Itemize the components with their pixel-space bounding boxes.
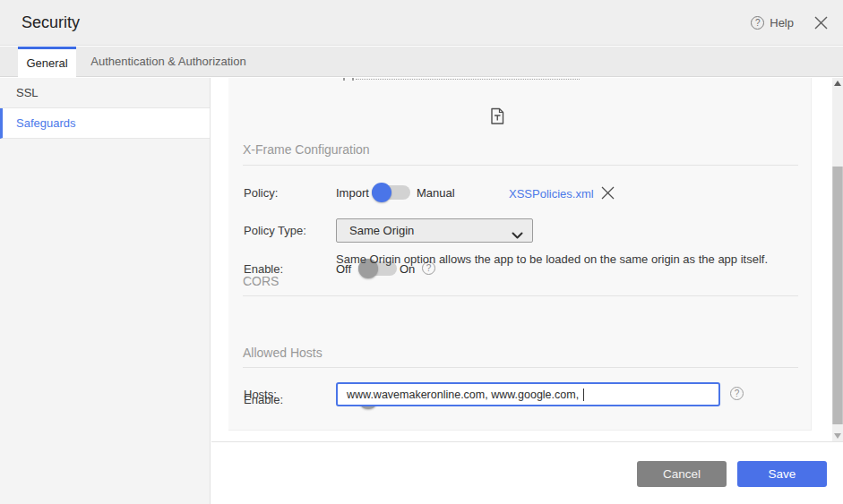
dialog-header: Security ? Help xyxy=(0,0,843,46)
scroll-up-arrow-icon[interactable] xyxy=(834,81,841,86)
main-content: Policy: Import Manual XSSPolicies.xml xyxy=(211,78,843,504)
cors-section-title: CORS xyxy=(243,274,279,288)
text-caret xyxy=(583,389,584,401)
hosts-label: Hosts: xyxy=(244,388,277,401)
tab-authentication-authorization[interactable]: Authentication & Authorization xyxy=(76,47,261,77)
header-actions: ? Help xyxy=(751,0,829,46)
hosts-help-icon[interactable]: ? xyxy=(730,387,744,400)
chevron-down-icon xyxy=(512,227,523,243)
help-link[interactable]: Help xyxy=(770,16,794,30)
clipped-row-fragment xyxy=(342,78,593,81)
section-divider xyxy=(243,367,798,368)
help-circle-icon[interactable]: ? xyxy=(751,16,764,30)
cancel-button[interactable]: Cancel xyxy=(637,461,727,487)
policy-type-select[interactable]: Same Origin xyxy=(336,218,533,243)
tab-bar: General Authentication & Authorization xyxy=(0,47,843,77)
hosts-input-value: www.wavemakeronline.com, www.google.com, xyxy=(347,389,582,401)
policy-toggle-import-label[interactable]: Import xyxy=(336,186,369,200)
save-button[interactable]: Save xyxy=(737,461,827,487)
xframe-section-title: X-Frame Configuration xyxy=(243,142,370,157)
sidebar-item-ssl[interactable]: SSL xyxy=(0,78,210,108)
safeguards-form-panel: Policy: Import Manual XSSPolicies.xml xyxy=(228,78,812,431)
sidebar-item-safeguards[interactable]: Safeguards xyxy=(0,108,210,139)
policy-type-helper-text: Same Origin option allows the app to be … xyxy=(336,252,768,266)
scrollbar-thumb[interactable] xyxy=(832,167,843,424)
policy-label: Policy: xyxy=(244,186,278,200)
policy-toggle-manual-label[interactable]: Manual xyxy=(417,186,455,200)
allowed-hosts-section-title: Allowed Hosts xyxy=(243,346,323,360)
scroll-down-arrow-icon[interactable] xyxy=(834,433,841,439)
policy-import-manual-toggle[interactable] xyxy=(372,184,410,201)
footer-divider xyxy=(211,441,843,442)
section-divider xyxy=(243,295,798,296)
file-text-icon xyxy=(490,107,504,129)
tab-general[interactable]: General xyxy=(18,47,76,78)
close-icon[interactable] xyxy=(813,15,829,30)
remove-file-icon[interactable] xyxy=(600,185,615,204)
hosts-input[interactable]: www.wavemakeronline.com, www.google.com, xyxy=(336,382,720,406)
vertical-scrollbar[interactable] xyxy=(832,78,843,441)
policy-type-label: Policy Type: xyxy=(244,224,306,237)
security-dialog: Security ? Help General Authentication &… xyxy=(0,0,843,504)
page-title: Security xyxy=(22,13,80,32)
xss-policy-file-link[interactable]: XSSPolicies.xml xyxy=(509,187,594,201)
sidebar: SSL Safeguards xyxy=(0,78,211,504)
section-divider xyxy=(243,165,798,166)
policy-type-selected-value: Same Origin xyxy=(349,224,414,237)
